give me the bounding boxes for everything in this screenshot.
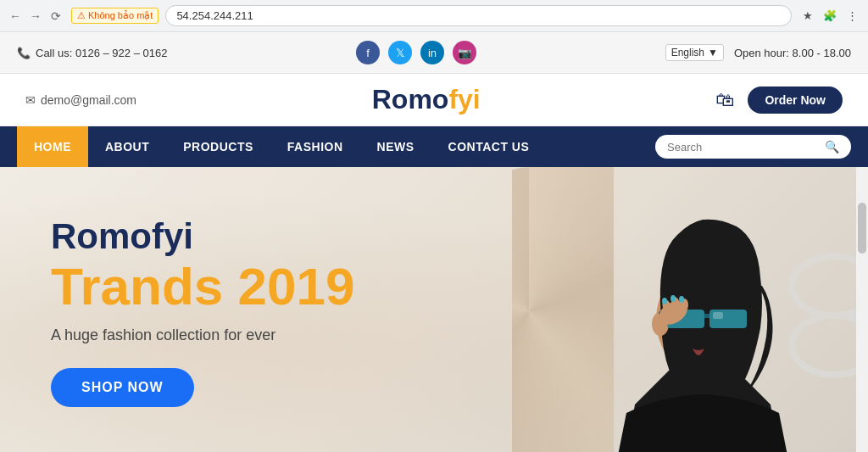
social-links: f 𝕏 in 📷 — [356, 41, 476, 64]
twitter-icon[interactable]: 𝕏 — [388, 41, 412, 64]
browser-chrome: ← → ⟳ ⚠ Không bảo mật 54.254.244.211 ★ 🧩… — [0, 0, 868, 32]
hero-section: Romofyi Trands 2019 A huge fashion colle… — [0, 167, 868, 452]
svg-point-18 — [679, 296, 684, 303]
email-text: demo@gmail.com — [41, 93, 136, 107]
browser-actions: ★ 🧩 ⋮ — [798, 7, 861, 25]
chevron-down-icon: ▼ — [708, 47, 718, 59]
reload-button[interactable]: ⟳ — [47, 8, 64, 25]
hours-text: Open hour: 8.00 - 18.00 — [734, 47, 851, 59]
top-bar-right: English ▼ Open hour: 8.00 - 18.00 — [665, 44, 851, 61]
contact-info: 📞 Call us: 0126 – 922 – 0162 — [17, 47, 167, 59]
linkedin-icon[interactable]: in — [420, 41, 444, 64]
nav-item-fashion[interactable]: FASHION — [270, 126, 360, 167]
shop-now-button[interactable]: SHOP NOW — [51, 368, 194, 407]
menu-button[interactable]: ⋮ — [843, 7, 861, 25]
phone-text: Call us: 0126 – 922 – 0162 — [36, 47, 167, 59]
url-text: 54.254.244.211 — [176, 9, 253, 22]
svg-point-17 — [670, 295, 676, 302]
svg-rect-8 — [704, 314, 709, 318]
header-actions: 🛍 Order Now — [715, 86, 843, 114]
logo-part1: Romo — [372, 84, 449, 114]
page-scrollbar[interactable] — [856, 167, 868, 452]
logo-part2: fyi — [448, 84, 480, 114]
email-info: ✉ demo@gmail.com — [25, 93, 136, 107]
address-bar[interactable]: 54.254.244.211 — [165, 5, 792, 26]
browser-nav-buttons: ← → ⟳ — [7, 8, 64, 25]
hero-image-area — [512, 167, 868, 452]
extensions-button[interactable]: 🧩 — [821, 7, 839, 25]
hero-description: A huge fashion collection for ever — [51, 326, 354, 344]
instagram-icon[interactable]: 📷 — [453, 41, 476, 64]
warning-icon: ⚠ — [77, 10, 86, 21]
email-icon: ✉ — [25, 93, 36, 107]
logo[interactable]: Romofyi — [372, 84, 481, 115]
language-selector[interactable]: English ▼ — [665, 44, 724, 61]
back-button[interactable]: ← — [7, 8, 24, 25]
facebook-icon[interactable]: f — [356, 41, 380, 64]
nav-item-home[interactable]: HOME — [17, 126, 88, 167]
nav-search: 🔍 — [655, 135, 851, 159]
hero-subtitle: Trands 2019 — [51, 260, 354, 313]
hero-title: Romofyi — [51, 216, 354, 257]
nav-item-about[interactable]: ABOUT — [88, 126, 166, 167]
nav-item-contact[interactable]: CONTACT US — [431, 126, 547, 167]
top-bar: 📞 Call us: 0126 – 922 – 0162 f 𝕏 in 📷 En… — [0, 32, 868, 74]
cart-icon[interactable]: 🛍 — [715, 89, 734, 111]
forward-button[interactable]: → — [27, 8, 44, 25]
nav-item-products[interactable]: PRODUCTS — [166, 126, 270, 167]
order-now-button[interactable]: Order Now — [748, 86, 843, 114]
hero-content: Romofyi Trands 2019 A huge fashion colle… — [0, 182, 405, 441]
bookmarks-button[interactable]: ★ — [798, 7, 817, 25]
search-button[interactable]: 🔍 — [825, 140, 839, 153]
header: ✉ demo@gmail.com Romofyi 🛍 Order Now — [0, 74, 868, 126]
search-input[interactable] — [667, 141, 820, 153]
phone-icon: 📞 — [17, 47, 31, 59]
svg-point-16 — [662, 298, 667, 304]
main-nav: HOME ABOUT PRODUCTS FASHION NEWS CONTACT… — [0, 126, 868, 167]
security-warning: ⚠ Không bảo mật — [71, 8, 159, 24]
hero-right-accessories — [766, 235, 868, 405]
search-box: 🔍 — [655, 135, 851, 159]
nav-item-news[interactable]: NEWS — [360, 126, 431, 167]
svg-rect-10 — [713, 312, 723, 319]
language-text: English — [671, 47, 704, 59]
scrollbar-thumb[interactable] — [858, 203, 866, 254]
